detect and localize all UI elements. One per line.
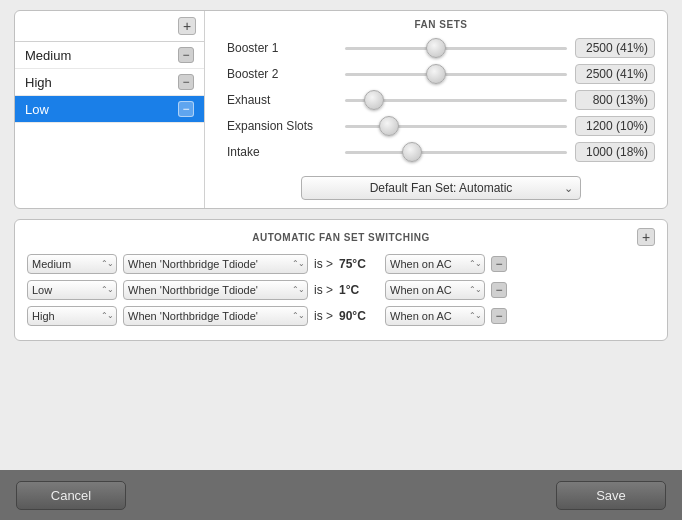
auto-switch-section: AUTOMATIC FAN SET SWITCHING + Medium Low… <box>14 219 668 341</box>
fan-sets-panel: FAN SETS Booster 1 2500 (41%) Booster 2 … <box>215 11 667 208</box>
fan-label-booster1: Booster 1 <box>227 41 337 55</box>
fan-label-intake: Intake <box>227 145 337 159</box>
remove-switch-rule-1-button[interactable]: − <box>491 282 507 298</box>
fan-slider-intake[interactable] <box>345 144 567 160</box>
preset-item-medium[interactable]: Medium − <box>15 42 204 69</box>
remove-preset-high-button[interactable]: − <box>178 74 194 90</box>
main-content: + Medium − High − Low − FAN SETS Booster… <box>0 0 682 470</box>
fan-row-expansion: Expansion Slots 1200 (10%) <box>227 116 655 136</box>
footer: Cancel Save <box>0 470 682 520</box>
fan-presets-panel: + Medium − High − Low − <box>15 11 205 208</box>
switch-condition-0: is > <box>314 257 333 271</box>
switch-sensor-select-2[interactable]: When 'Northbridge Tdiode' <box>123 306 308 326</box>
switch-power-wrapper-0: When on AC AlwaysWhen on Battery <box>385 254 485 274</box>
cancel-button[interactable]: Cancel <box>16 481 126 510</box>
switch-temp-1: 1°C <box>339 283 379 297</box>
fan-slider-booster2[interactable] <box>345 66 567 82</box>
fan-presets-header: + <box>15 11 204 42</box>
switch-sensor-wrapper-0: When 'Northbridge Tdiode' <box>123 254 308 274</box>
preset-name-high: High <box>25 75 52 90</box>
preset-item-low[interactable]: Low − <box>15 96 204 123</box>
switch-preset-wrapper-0: Medium LowMediumHigh <box>27 254 117 274</box>
switch-preset-wrapper-2: High LowMediumHigh <box>27 306 117 326</box>
preset-item-high[interactable]: High − <box>15 69 204 96</box>
switch-power-select-1[interactable]: When on AC AlwaysWhen on Battery <box>385 280 485 300</box>
fan-value-expansion: 1200 (10%) <box>575 116 655 136</box>
switch-sensor-select-1[interactable]: When 'Northbridge Tdiode' <box>123 280 308 300</box>
fan-row-exhaust: Exhaust 800 (13%) <box>227 90 655 110</box>
default-fan-set-wrapper: Default Fan Set: Automatic Default Fan S… <box>301 176 581 200</box>
switch-row-1: Low LowMediumHigh When 'Northbridge Tdio… <box>27 280 655 300</box>
fan-slider-booster1[interactable] <box>345 40 567 56</box>
fan-value-booster2: 2500 (41%) <box>575 64 655 84</box>
auto-switch-header: AUTOMATIC FAN SET SWITCHING + <box>27 228 655 246</box>
switch-power-wrapper-2: When on AC AlwaysWhen on Battery <box>385 306 485 326</box>
preset-list: Medium − High − Low − <box>15 42 204 123</box>
remove-switch-rule-2-button[interactable]: − <box>491 308 507 324</box>
fan-value-booster1: 2500 (41%) <box>575 38 655 58</box>
switch-preset-select-0[interactable]: Medium LowMediumHigh <box>27 254 117 274</box>
switch-sensor-select-0[interactable]: When 'Northbridge Tdiode' <box>123 254 308 274</box>
switch-rows: Medium LowMediumHigh When 'Northbridge T… <box>27 254 655 326</box>
switch-preset-wrapper-1: Low LowMediumHigh <box>27 280 117 300</box>
switch-power-select-0[interactable]: When on AC AlwaysWhen on Battery <box>385 254 485 274</box>
fan-row-intake: Intake 1000 (18%) <box>227 142 655 162</box>
switch-power-select-2[interactable]: When on AC AlwaysWhen on Battery <box>385 306 485 326</box>
add-preset-button[interactable]: + <box>178 17 196 35</box>
remove-preset-medium-button[interactable]: − <box>178 47 194 63</box>
switch-condition-1: is > <box>314 283 333 297</box>
switch-sensor-wrapper-2: When 'Northbridge Tdiode' <box>123 306 308 326</box>
default-fan-select[interactable]: Default Fan Set: Automatic Default Fan S… <box>301 176 581 200</box>
fan-label-booster2: Booster 2 <box>227 67 337 81</box>
top-section: + Medium − High − Low − FAN SETS Booster… <box>14 10 668 209</box>
fan-slider-exhaust[interactable] <box>345 92 567 108</box>
remove-switch-rule-0-button[interactable]: − <box>491 256 507 272</box>
switch-sensor-wrapper-1: When 'Northbridge Tdiode' <box>123 280 308 300</box>
switch-preset-select-1[interactable]: Low LowMediumHigh <box>27 280 117 300</box>
fan-label-exhaust: Exhaust <box>227 93 337 107</box>
save-button[interactable]: Save <box>556 481 666 510</box>
fan-row-booster2: Booster 2 2500 (41%) <box>227 64 655 84</box>
switch-row-0: Medium LowMediumHigh When 'Northbridge T… <box>27 254 655 274</box>
switch-preset-select-2[interactable]: High LowMediumHigh <box>27 306 117 326</box>
add-switch-rule-button[interactable]: + <box>637 228 655 246</box>
fan-sets-title: FAN SETS <box>227 19 655 30</box>
fan-slider-expansion[interactable] <box>345 118 567 134</box>
auto-switch-title: AUTOMATIC FAN SET SWITCHING <box>45 232 637 243</box>
fan-value-intake: 1000 (18%) <box>575 142 655 162</box>
fan-value-exhaust: 800 (13%) <box>575 90 655 110</box>
switch-condition-2: is > <box>314 309 333 323</box>
switch-temp-0: 75°C <box>339 257 379 271</box>
remove-preset-low-button[interactable]: − <box>178 101 194 117</box>
switch-temp-2: 90°C <box>339 309 379 323</box>
switch-power-wrapper-1: When on AC AlwaysWhen on Battery <box>385 280 485 300</box>
preset-name-low: Low <box>25 102 49 117</box>
switch-row-2: High LowMediumHigh When 'Northbridge Tdi… <box>27 306 655 326</box>
preset-name-medium: Medium <box>25 48 71 63</box>
fan-rows: Booster 1 2500 (41%) Booster 2 2500 (41%… <box>227 38 655 168</box>
fan-row-booster1: Booster 1 2500 (41%) <box>227 38 655 58</box>
fan-label-expansion: Expansion Slots <box>227 119 337 133</box>
default-fan-set: Default Fan Set: Automatic Default Fan S… <box>227 176 655 200</box>
